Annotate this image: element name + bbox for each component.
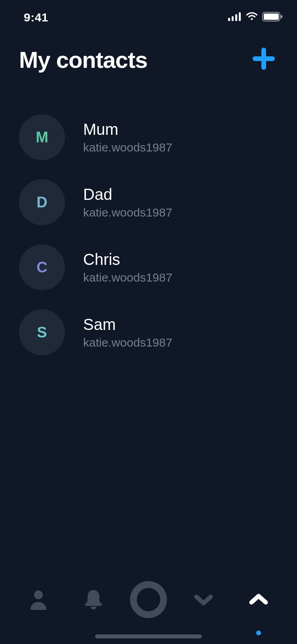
contact-info: Mumkatie.woods1987	[83, 121, 172, 154]
svg-rect-2	[235, 14, 237, 21]
contact-name: Chris	[83, 251, 172, 268]
cellular-icon	[228, 12, 242, 23]
ring-icon	[130, 581, 167, 620]
wifi-icon	[246, 12, 258, 23]
svg-rect-6	[281, 15, 282, 18]
avatar: M	[19, 114, 65, 160]
svg-rect-3	[239, 12, 241, 21]
nav-expand[interactable]	[235, 577, 282, 624]
contact-name: Dad	[83, 186, 172, 203]
avatar: S	[19, 309, 65, 355]
contact-name: Mum	[83, 121, 172, 138]
contact-name: Sam	[83, 316, 172, 334]
contact-handle: katie.woods1987	[83, 336, 172, 349]
status-indicators	[228, 12, 283, 23]
bottom-nav	[0, 573, 297, 628]
svg-rect-1	[232, 16, 234, 21]
contact-handle: katie.woods1987	[83, 206, 172, 219]
contact-info: Samkatie.woods1987	[83, 316, 172, 349]
home-indicator	[95, 634, 202, 638]
contact-info: Dadkatie.woods1987	[83, 186, 172, 219]
status-bar: 9:41	[0, 0, 297, 35]
plus-icon	[253, 48, 275, 71]
battery-icon	[262, 12, 283, 23]
header: My contacts	[0, 40, 297, 79]
svg-point-9	[34, 590, 43, 599]
avatar: D	[19, 179, 65, 225]
contact-handle: katie.woods1987	[83, 271, 172, 284]
bell-icon	[83, 588, 104, 612]
contact-row[interactable]: SSamkatie.woods1987	[19, 300, 278, 365]
svg-rect-0	[228, 18, 230, 21]
contact-handle: katie.woods1987	[83, 141, 172, 154]
person-icon	[29, 589, 48, 611]
nav-alerts[interactable]	[70, 577, 117, 624]
avatar: C	[19, 244, 65, 290]
status-time: 9:41	[24, 11, 48, 24]
active-indicator	[256, 631, 261, 635]
contact-info: Chriskatie.woods1987	[83, 251, 172, 284]
add-contact-button[interactable]	[249, 45, 278, 74]
chevron-down-icon	[194, 594, 213, 607]
contact-row[interactable]: DDadkatie.woods1987	[19, 170, 278, 235]
nav-collapse[interactable]	[180, 577, 227, 624]
svg-point-10	[133, 585, 164, 615]
contact-row[interactable]: CChriskatie.woods1987	[19, 235, 278, 300]
chevron-up-icon	[249, 594, 268, 607]
svg-rect-5	[264, 13, 279, 20]
nav-home[interactable]	[125, 577, 172, 624]
nav-contacts[interactable]	[15, 577, 62, 624]
contact-row[interactable]: MMumkatie.woods1987	[19, 105, 278, 170]
contact-list: MMumkatie.woods1987DDadkatie.woods1987CC…	[0, 105, 297, 365]
page-title: My contacts	[19, 46, 147, 73]
